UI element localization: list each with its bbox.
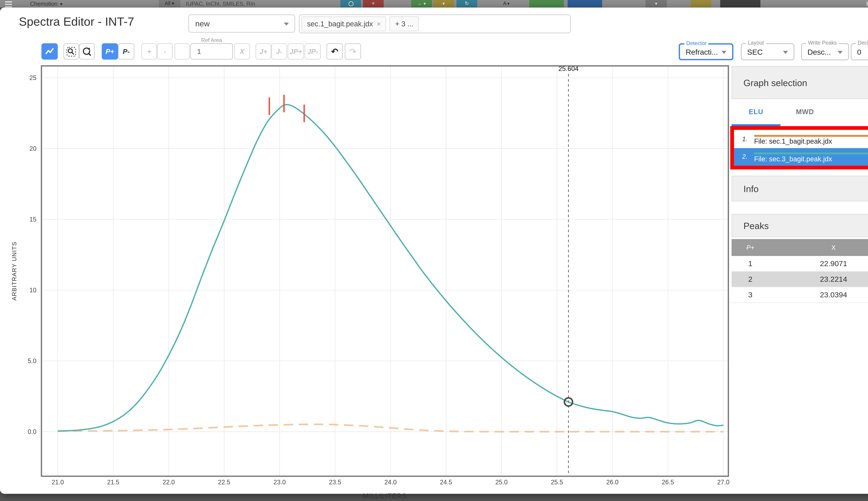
peaks-table: P+ X Y - 122.90712.29e+1×223.22142.24e+1… — [732, 239, 868, 303]
peak-x-value: 22.9071 — [769, 259, 868, 268]
graph-file-item[interactable]: 1. File: sec.1_bagit.peak.jdx — [732, 130, 868, 148]
brand-dropdown[interactable]: Chemotion ▼ — [30, 1, 64, 8]
peak-row[interactable]: 223.22142.24e+1× — [732, 272, 868, 287]
undo-button[interactable]: ↶ — [326, 43, 343, 60]
peak-remove-button[interactable]: P- — [118, 43, 134, 60]
info-header[interactable]: Info — [732, 176, 868, 201]
grid-icon: ▦ — [865, 0, 868, 8]
x-tick-label: 24.5 — [440, 479, 452, 486]
screen: Chemotion ▼ All ▾ IUPAC, InChI, SMILES, … — [0, 0, 868, 501]
clear-search-button[interactable]: × — [363, 0, 384, 8]
more-files-chip[interactable]: + 3 ... — [389, 16, 419, 31]
reaction-tools-group[interactable] — [568, 0, 602, 8]
y-tick-label: 15 — [30, 216, 36, 223]
peak-index: 3 — [732, 290, 769, 299]
chevron-down-icon — [721, 51, 726, 54]
x-tick-label: 25.0 — [495, 479, 508, 486]
j-minus-button[interactable]: J- — [271, 43, 287, 60]
advanced-search-dropdown[interactable]: ▼ — [646, 0, 667, 8]
export-button[interactable]: → ▼ — [411, 0, 432, 8]
y-tick-label: 5.0 — [28, 358, 36, 364]
peaks-table-body: 122.90712.29e+1×223.22142.24e+1×323.0394… — [732, 256, 868, 303]
clear-ref-button[interactable]: X — [234, 43, 250, 60]
spectra-editor-modal: Spectra Editor - INT-7 new sec.1_bagit.p… — [0, 8, 868, 493]
peak-x-value: 23.0394 — [769, 290, 868, 299]
peak-row[interactable]: 122.90712.29e+1× — [732, 256, 868, 272]
tab-elu[interactable]: ELU — [732, 99, 781, 124]
x-tick-label: 26.5 — [662, 479, 674, 486]
peaks-header[interactable]: Peaks — [732, 214, 868, 237]
ref-area-input[interactable] — [190, 43, 233, 60]
x-tick-label: 25.5 — [551, 479, 563, 486]
jp-plus-button[interactable]: JP+ — [287, 43, 304, 60]
write-peaks-select[interactable]: Write Peaks Desc... — [801, 43, 849, 60]
detector-select[interactable]: Detector Refracti... — [679, 43, 733, 60]
redo-icon: ↷ — [349, 46, 356, 56]
redo-button[interactable]: ↷ — [345, 43, 361, 60]
right-sidebar: Graph selection ELU MWD 1. File: sec.1_b… — [732, 66, 868, 417]
search-button[interactable] — [340, 0, 361, 8]
j-plus-button[interactable]: J+ — [255, 43, 271, 60]
blank-button[interactable] — [175, 43, 190, 60]
x-tick-label: 22.5 — [218, 479, 230, 486]
zoom-area-icon — [66, 46, 76, 57]
undo-icon: ↶ — [331, 46, 338, 56]
elements-dropdown[interactable]: A▼ — [498, 0, 515, 8]
reload-button[interactable]: ↻ — [457, 0, 477, 8]
line-chart-icon — [45, 46, 55, 56]
search-icon — [348, 1, 353, 6]
x-tick-label: 27.0 — [717, 479, 729, 486]
x-tick-label: 26.0 — [606, 479, 618, 486]
series-color-swatch — [754, 152, 868, 154]
background-navbar: Chemotion ▼ All ▾ IUPAC, InChI, SMILES, … — [0, 0, 868, 8]
reset-zoom-button[interactable] — [79, 43, 95, 60]
ref-area-label: Ref Area — [190, 37, 233, 43]
y-axis-label: ARBITRARY UNITS — [11, 242, 18, 301]
jp-minus-button[interactable]: JP- — [304, 43, 321, 60]
search-input[interactable]: IUPAC, InChI, SMILES, RIn — [186, 1, 255, 8]
peak-x-value: 23.2214 — [769, 275, 868, 284]
y-tick-label: 20 — [30, 145, 36, 152]
reset-zoom-icon — [82, 46, 92, 57]
decimal-select[interactable]: Decimal 0 — [851, 43, 868, 60]
y-tick-label: 0.0 — [28, 428, 36, 435]
file-tag-chip[interactable]: sec.1_bagit.peak.jdx × — [301, 16, 386, 31]
x-tick-label: 21.5 — [107, 479, 119, 486]
x-tick-label: 23.5 — [329, 479, 341, 486]
peak-index: 2 — [732, 275, 769, 284]
peak-add-button[interactable]: P+ — [102, 43, 118, 60]
tab-mwd[interactable]: MWD — [781, 99, 829, 124]
page-title: Spectra Editor - INT-7 — [19, 15, 134, 29]
x-tick-label: 23.0 — [274, 479, 286, 486]
toolbar-icons-group[interactable] — [720, 0, 760, 8]
search-scope-dropdown[interactable]: All ▾ — [159, 0, 180, 8]
report-button[interactable] — [691, 0, 711, 8]
line-chart-mode-button[interactable] — [42, 43, 58, 60]
y-tick-label: 10 — [30, 287, 36, 294]
decrease-button[interactable]: - — [157, 43, 172, 60]
sample-tools-group[interactable] — [529, 0, 564, 8]
chevron-down-icon — [284, 22, 289, 25]
remove-tag-icon[interactable]: × — [377, 20, 381, 28]
import-button[interactable]: ▼ — [433, 0, 454, 8]
graph-selection-header[interactable]: Graph selection — [732, 66, 868, 99]
series-color-swatch — [754, 135, 868, 137]
menu-icon[interactable] — [5, 1, 12, 2]
y-tick-label: 25 — [30, 74, 36, 81]
chevron-down-icon — [838, 51, 843, 54]
file-tags-input[interactable]: sec.1_bagit.peak.jdx × + 3 ... — [299, 14, 571, 33]
x-tick-label: 21.0 — [52, 479, 64, 486]
active-tab-indicator — [732, 124, 781, 126]
increase-button[interactable]: + — [141, 43, 157, 60]
graph-selection-tabs: ELU MWD — [732, 99, 868, 126]
peaks-table-header: P+ X Y - — [732, 239, 868, 256]
zoom-to-area-button[interactable] — [63, 43, 79, 60]
preset-select[interactable]: new — [188, 14, 295, 33]
chevron-down-icon — [783, 51, 788, 54]
graph-file-item-selected[interactable]: 2. File: sec.3_bagit.peak.jdx — [732, 148, 868, 166]
peak-row[interactable]: 323.03942.31e+1× — [732, 287, 868, 303]
peak-index: 1 — [732, 259, 769, 268]
layout-select[interactable]: Layout SEC — [741, 43, 794, 60]
x-axis-label: MILLILITERS — [363, 492, 407, 500]
spectrum-chart[interactable]: 25.60421.021.522.022.523.023.524.024.525… — [0, 63, 735, 501]
